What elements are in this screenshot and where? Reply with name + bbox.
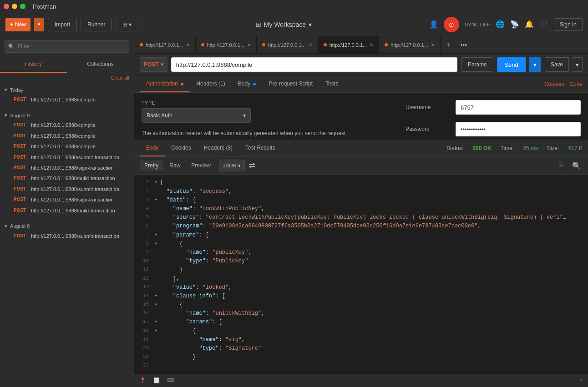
json-line-21: 21 } <box>134 353 588 362</box>
globe-icon[interactable]: 🌐 <box>496 20 505 29</box>
json-line-10: 10 "type": "PublicKey" <box>134 257 588 266</box>
resp-tab-headers[interactable]: Headers (8) <box>198 140 239 156</box>
list-item[interactable]: POST http://127.0.0.1:9888/submit-transa… <box>5 231 129 241</box>
params-button[interactable]: Params <box>461 57 493 72</box>
url-input[interactable] <box>171 57 457 72</box>
history-group-aug8-header[interactable]: ▾ August 8 <box>5 221 129 231</box>
send-dropdown-button[interactable]: ▾ <box>529 57 541 72</box>
list-item[interactable]: POST http://127.0.0.1:9888/build-transac… <box>5 173 129 184</box>
json-line-15: 15 ▾ { <box>134 301 588 309</box>
close-icon[interactable]: ✕ <box>309 42 312 47</box>
sign-in-button[interactable]: Sign In <box>554 18 583 31</box>
list-item[interactable]: POST http://127.0.0.1:9888/sign-transact… <box>5 163 129 173</box>
auth-left-panel: TYPE Basic Auth ▾ The authorization head… <box>134 93 398 140</box>
json-line-17: 17 ▾ "params": [ <box>134 318 588 327</box>
toolbar: + New ▾ Import Runner ⊞ ▾ ⊞ My Workspace… <box>0 13 588 36</box>
auth-type-selector[interactable]: Basic Auth ▾ <box>142 108 251 123</box>
code-link[interactable]: Code <box>569 81 583 87</box>
close-icon[interactable]: ✕ <box>370 42 373 47</box>
history-url: http://127.0.0.1:9888/build-transaction <box>31 207 115 214</box>
tab-tests[interactable]: Tests <box>319 76 345 92</box>
tab-label: http://127.0.0.1... <box>390 42 428 48</box>
close-icon[interactable]: ✕ <box>186 42 190 47</box>
new-dropdown-button[interactable]: ▾ <box>34 18 44 31</box>
group-label-aug8: August 8 <box>10 223 30 229</box>
sync-icon[interactable]: ⊙ <box>444 17 459 32</box>
format-selector[interactable]: JSON ▾ <box>219 160 245 171</box>
import-button[interactable]: Import <box>48 18 77 31</box>
resp-tab-test-results[interactable]: Test Results <box>239 140 281 156</box>
request-tab-4[interactable]: http://127.0.0.1... ✕ <box>379 36 441 54</box>
request-tab-3[interactable]: http://127.0.0.1... ✕ <box>318 36 380 54</box>
chevron-icon: ▾ <box>5 223 7 229</box>
user-icon[interactable]: 👤 <box>429 20 438 29</box>
wrap-icon[interactable]: ⇌ <box>248 161 255 171</box>
tab-dot <box>262 43 265 46</box>
response-body-tabs: Pretty Raw Preview JSON ▾ ⇌ ⎘ 🔍 <box>134 157 588 175</box>
method-badge: POST <box>14 207 28 213</box>
search-button[interactable]: 🔍 <box>571 160 583 171</box>
heart-icon[interactable]: ♡ <box>539 20 548 29</box>
new-button[interactable]: + New <box>5 18 30 31</box>
request-tab-2[interactable]: http://127.0.0.1... ✕ <box>257 36 318 54</box>
new-window-button[interactable]: ⊞ ▾ <box>116 18 138 31</box>
add-tab-button[interactable]: + <box>441 41 456 49</box>
more-tabs-button[interactable]: ••• <box>456 41 471 49</box>
history-group-aug9-header[interactable]: ▾ August 9 <box>5 111 129 120</box>
tab-pre-request-script[interactable]: Pre-request Script <box>262 76 319 92</box>
clear-all-button[interactable]: Clear all <box>0 73 134 82</box>
list-item[interactable]: POST http://127.0.0.1:9888/submit-transa… <box>5 184 129 195</box>
method-badge: POST <box>14 122 28 127</box>
save-button[interactable]: Save <box>545 57 569 72</box>
request-tab-1[interactable]: http://127.0.0.1... ✕ <box>196 36 257 54</box>
list-item[interactable]: POST http://127.0.0.1:9888/compile <box>5 131 129 141</box>
tab-collections[interactable]: Collections <box>67 56 134 73</box>
tab-headers[interactable]: Headers (1) <box>190 76 231 92</box>
split-view-icon[interactable]: ⬜ <box>153 377 160 383</box>
tab-authorization[interactable]: Authorization <box>140 76 190 92</box>
list-item[interactable]: POST http://127.0.0.1:9888/sign-transact… <box>5 195 129 205</box>
list-item[interactable]: POST http://127.0.0.1:9888/compile <box>5 95 129 105</box>
method-selector[interactable]: POST ▾ <box>140 57 167 72</box>
bell-icon[interactable]: 🔔 <box>525 20 534 29</box>
list-item[interactable]: POST http://127.0.0.1:9888/build-transac… <box>5 206 129 216</box>
minimize-button[interactable] <box>12 4 17 9</box>
save-dropdown-button[interactable]: ▾ <box>573 57 583 72</box>
toolbar-center: ⊞ My Workspace ▾ <box>142 21 426 28</box>
cookies-link[interactable]: Cookies <box>544 81 564 87</box>
resp-body-tab-pretty[interactable]: Pretty <box>140 161 163 171</box>
history-group-today-header[interactable]: ▾ Today <box>5 85 129 95</box>
close-button[interactable] <box>4 4 9 9</box>
satellite-icon[interactable]: 📡 <box>510 20 519 29</box>
maximize-button[interactable] <box>20 4 25 9</box>
password-input[interactable] <box>456 122 581 136</box>
close-icon[interactable]: ✕ <box>431 42 435 47</box>
tab-body[interactable]: Body <box>232 76 263 92</box>
workspace-selector[interactable]: ⊞ My Workspace ▾ <box>256 21 312 28</box>
username-input[interactable] <box>456 100 581 115</box>
copy-button[interactable]: ⎘ <box>555 160 567 171</box>
history-group-aug9: ▾ August 9 POST http://127.0.0.1:9888/co… <box>0 108 134 219</box>
history-url: http://127.0.0.1:9888/compile <box>31 122 96 129</box>
request-tab-right-links: Cookies Code <box>544 81 583 87</box>
tab-history[interactable]: History <box>0 56 67 73</box>
request-tab-0[interactable]: http://127.0.0.1... ✕ <box>134 36 196 54</box>
list-item[interactable]: POST http://127.0.0.1:9888/submit-transa… <box>5 152 129 163</box>
help-icon[interactable]: ? <box>580 378 583 383</box>
resp-body-tab-preview[interactable]: Preview <box>187 161 215 171</box>
location-icon[interactable]: 📍 <box>140 377 146 383</box>
resp-tab-cookies[interactable]: Cookies <box>165 140 197 156</box>
resp-body-tab-raw[interactable]: Raw <box>165 161 185 171</box>
history-url: http://127.0.0.1:9888/submit-transaction <box>31 154 119 161</box>
json-line-14: 14 ▾ "clause_info": [ <box>134 292 588 301</box>
runner-button[interactable]: Runner <box>81 18 112 31</box>
send-button[interactable]: Send <box>497 57 525 72</box>
list-item[interactable]: POST http://127.0.0.1:9888/compile <box>5 141 129 152</box>
filter-input[interactable] <box>5 40 129 53</box>
resp-tab-body[interactable]: Body <box>140 140 165 156</box>
keyboard-icon[interactable]: ⌨ <box>167 377 174 383</box>
list-item[interactable]: POST http://127.0.0.1:9888/compile <box>5 120 129 131</box>
close-icon[interactable]: ✕ <box>247 42 251 47</box>
tab-label: http://127.0.0.1... <box>207 42 245 48</box>
json-line-7: 7 ▾ "params": [ <box>134 231 588 240</box>
